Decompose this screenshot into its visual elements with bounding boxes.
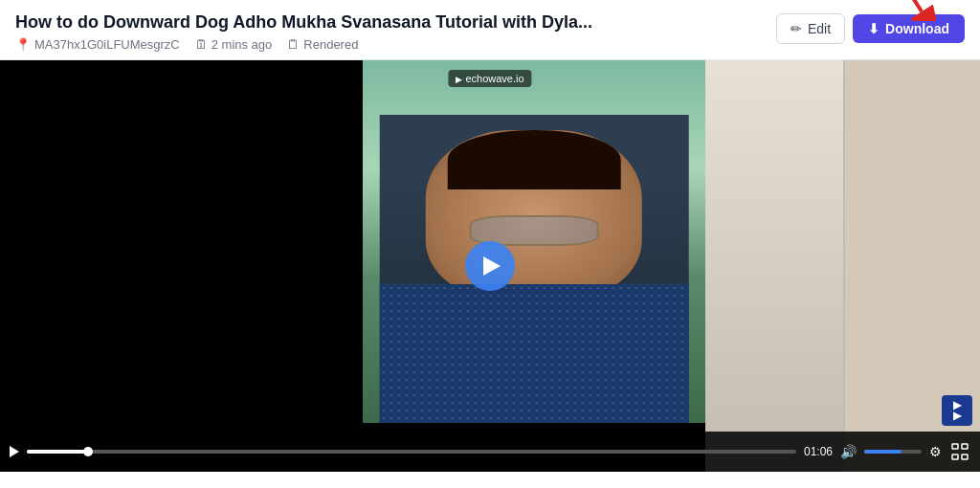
- svg-rect-3: [962, 444, 968, 449]
- meta-time: 🗓 2 mins ago: [195, 37, 273, 52]
- hair: [448, 130, 621, 189]
- svg-rect-2: [952, 444, 958, 449]
- pencil-icon: ✏: [791, 21, 802, 36]
- calendar-icon: 🗓: [195, 37, 208, 52]
- meta-status: 🗒 Rendered: [287, 37, 358, 52]
- title-area: How to do Downward Dog Adho Mukha Svanas…: [15, 11, 761, 52]
- volume-slider[interactable]: [864, 450, 922, 454]
- page-header: How to do Downward Dog Adho Mukha Svanas…: [0, 0, 980, 60]
- watermark: ▶ echowave.io: [448, 70, 531, 87]
- play-triangle-icon: [483, 256, 501, 276]
- video-left-bg: [0, 60, 363, 472]
- edit-button[interactable]: ✏ Edit: [776, 13, 845, 44]
- progress-indicator: [83, 447, 93, 456]
- face: [426, 130, 642, 299]
- svg-rect-4: [952, 455, 958, 459]
- shirt: [380, 284, 689, 423]
- page-title: How to do Downward Dog Adho Mukha Svanas…: [15, 11, 761, 33]
- progress-fill: [27, 450, 88, 454]
- controls-bar: 01:06 🔊 ⚙: [0, 432, 980, 472]
- file-icon: 🗒: [287, 37, 300, 52]
- location-icon: 📍: [15, 37, 31, 52]
- video-center: [363, 60, 705, 422]
- svg-rect-5: [962, 455, 968, 459]
- brand-watermark: ▶▶: [942, 395, 972, 426]
- video-right-bg: [705, 60, 980, 472]
- volume-fill: [864, 450, 902, 454]
- svg-line-1: [888, 0, 922, 11]
- header-actions: ✏ Edit ⬇ Download: [776, 11, 965, 44]
- play-icon: [10, 446, 19, 457]
- meta-row: 📍 MA37hx1G0iLFUMesgrzC 🗓 2 mins ago 🗒 Re…: [15, 37, 761, 52]
- video-person: [380, 115, 689, 423]
- volume-button[interactable]: 🔊: [840, 444, 857, 459]
- fullscreen-button[interactable]: [949, 441, 970, 462]
- play-overlay-button[interactable]: [465, 241, 515, 291]
- play-pause-button[interactable]: [10, 446, 19, 457]
- arrow-annotation: [879, 0, 936, 25]
- time-display: 01:06: [804, 445, 833, 458]
- settings-button[interactable]: ⚙: [929, 444, 942, 459]
- meta-id: 📍 MA37hx1G0iLFUMesgrzC: [15, 37, 180, 52]
- video-player[interactable]: ▶ echowave.io ▶▶ 01:06 🔊 ⚙: [0, 60, 980, 472]
- progress-bar[interactable]: [27, 450, 796, 454]
